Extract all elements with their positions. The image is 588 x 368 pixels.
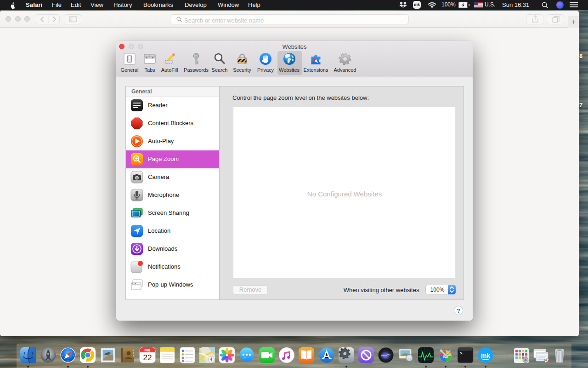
svg-text:>_: >_ bbox=[460, 351, 465, 356]
svg-text:mk: mk bbox=[481, 352, 490, 359]
svg-text:FEB: FEB bbox=[145, 349, 151, 352]
svg-text:22: 22 bbox=[143, 353, 152, 362]
